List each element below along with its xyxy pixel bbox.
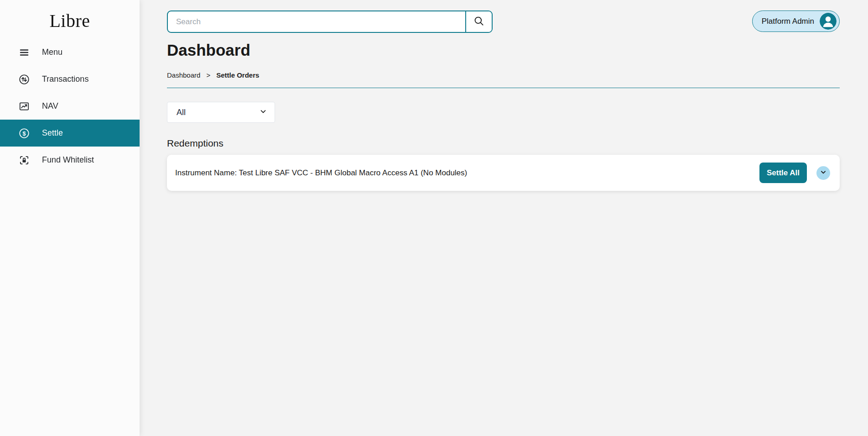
transactions-icon xyxy=(18,74,30,85)
sidebar-item-label: Settle xyxy=(42,128,63,138)
chevron-down-icon xyxy=(820,168,827,177)
sidebar-item-label: Menu xyxy=(42,47,62,57)
filter-dropdown[interactable]: All xyxy=(167,102,275,123)
breadcrumb-dashboard[interactable]: Dashboard xyxy=(167,71,200,79)
nav-chart-icon xyxy=(18,100,30,112)
sidebar: Libre Menu Transactions xyxy=(0,0,140,436)
section-divider xyxy=(167,88,840,88)
sidebar-nav: Menu Transactions xyxy=(0,39,140,173)
user-pill-label: Platform Admin xyxy=(762,17,814,26)
breadcrumb-settle-orders: Settle Orders xyxy=(216,71,259,79)
fund-whitelist-icon xyxy=(18,154,30,166)
hamburger-icon xyxy=(18,47,30,58)
sidebar-item-label: Fund Whitelist xyxy=(42,155,94,165)
sidebar-item-label: Transactions xyxy=(42,74,88,84)
main-content: Platform Admin Dashboard Dashboard > Set… xyxy=(140,0,868,191)
sidebar-item-transactions[interactable]: Transactions xyxy=(0,66,140,93)
search-input[interactable] xyxy=(168,11,465,32)
sidebar-item-menu[interactable]: Menu xyxy=(0,39,140,66)
sidebar-item-nav[interactable]: NAV xyxy=(0,93,140,120)
expand-card-button[interactable] xyxy=(816,166,830,180)
sidebar-item-label: NAV xyxy=(42,101,58,111)
redemption-card: Instrument Name: Test Libre SAF VCC - BH… xyxy=(167,155,840,191)
libre-logo: Libre xyxy=(0,10,140,32)
filter-dropdown-value: All xyxy=(177,108,186,117)
search-button[interactable] xyxy=(465,11,492,32)
sidebar-item-settle[interactable]: $ Settle xyxy=(0,120,140,147)
chevron-down-icon xyxy=(259,107,267,118)
redemptions-heading: Redemptions xyxy=(167,138,840,149)
page-title: Dashboard xyxy=(167,41,840,59)
search-icon xyxy=(473,15,485,28)
top-bar: Platform Admin xyxy=(167,11,840,33)
sidebar-item-fund-whitelist[interactable]: Fund Whitelist xyxy=(0,147,140,173)
platform-admin-button[interactable]: Platform Admin xyxy=(752,11,840,32)
search-bar xyxy=(167,11,493,33)
settle-all-button[interactable]: Settle All xyxy=(759,163,807,183)
card-actions: Settle All xyxy=(759,163,830,183)
user-avatar-icon xyxy=(820,13,837,30)
breadcrumb: Dashboard > Settle Orders xyxy=(167,71,840,79)
svg-text:$: $ xyxy=(22,130,26,137)
breadcrumb-separator: > xyxy=(206,71,210,79)
settle-dollar-icon: $ xyxy=(18,127,30,139)
instrument-name-label: Instrument Name: Test Libre SAF VCC - BH… xyxy=(175,168,467,178)
